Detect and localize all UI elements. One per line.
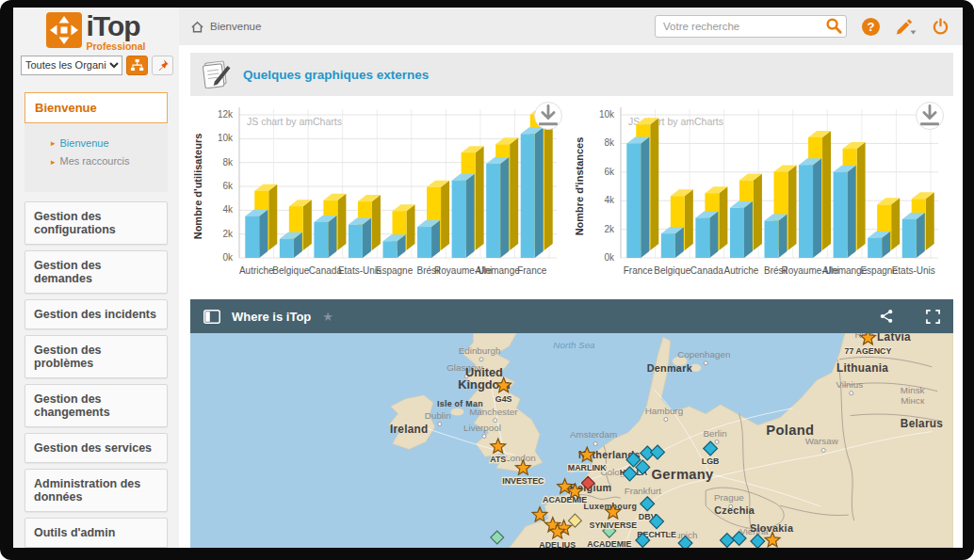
hierarchy-button[interactable] xyxy=(126,56,148,75)
svg-text:Germany: Germany xyxy=(652,467,714,482)
charts-row: 0k2k4k6k8k10k12kJS chart by amChartsAutr… xyxy=(190,102,953,290)
svg-text:MARLINK: MARLINK xyxy=(568,463,607,472)
hierarchy-icon xyxy=(130,58,144,72)
svg-text:4k: 4k xyxy=(604,195,615,205)
svg-text:Slovakia: Slovakia xyxy=(750,522,794,534)
svg-text:Autriche: Autriche xyxy=(724,265,759,276)
svg-text:Frankfurt: Frankfurt xyxy=(625,486,662,496)
svg-text:Copenhagen: Copenhagen xyxy=(677,349,730,360)
map-body: North SeaEdinburghGlasgowDublinMancheste… xyxy=(190,333,953,548)
svg-text:ACADEMIE: ACADEMIE xyxy=(587,539,631,548)
breadcrumb-label: Bienvenue xyxy=(210,21,261,32)
svg-text:France: France xyxy=(624,265,654,276)
pin-icon xyxy=(156,58,170,72)
sidebar-item-gestion-configurations[interactable]: Gestion des configurations xyxy=(24,201,168,245)
svg-text:LGB: LGB xyxy=(702,456,720,466)
svg-text:4k: 4k xyxy=(222,204,234,215)
svg-text:Czechia: Czechia xyxy=(714,504,755,516)
dashboard-header: Quelques graphiques externes xyxy=(190,53,953,96)
sidebar-item-gestion-problemes[interactable]: Gestion des problèmes xyxy=(24,335,168,378)
svg-text:Espagne: Espagne xyxy=(376,265,414,276)
svg-text:Latvia: Latvia xyxy=(877,333,911,344)
svg-text:8k: 8k xyxy=(222,157,234,168)
map-panel: Where is iTop ★ xyxy=(190,299,953,548)
svg-text:2k: 2k xyxy=(222,229,234,239)
users-bar-chart: 0k2k4k6k8k10k12kJS chart by amChartsAutr… xyxy=(190,102,572,290)
share-icon[interactable] xyxy=(879,309,894,324)
notepad-pencil-icon xyxy=(200,60,232,88)
sidebar-subitem-bienvenue[interactable]: ▸ Bienvenue xyxy=(51,135,160,153)
instances-bar-chart: 0k2k4k6k8k10kJS chart by amChartsFranceB… xyxy=(572,102,953,290)
organization-filter-row: Toutes les Organisation xyxy=(13,52,179,75)
svg-text:12k: 12k xyxy=(218,109,234,120)
svg-text:Berlin: Berlin xyxy=(704,427,727,438)
app-window: iTop Professional Toutes les Organisatio… xyxy=(0,0,974,560)
sidebar-item-gestion-changements[interactable]: Gestion des changements xyxy=(24,384,168,427)
svg-text:SYNIVERSE: SYNIVERSE xyxy=(589,520,637,530)
svg-text:6k: 6k xyxy=(222,181,234,191)
svg-text:ACADEMIE: ACADEMIE xyxy=(543,495,587,504)
svg-text:0k: 0k xyxy=(222,252,234,263)
sidebar: iTop Professional Toutes les Organisatio… xyxy=(13,8,179,548)
favorite-star-icon[interactable]: ★ xyxy=(322,310,333,324)
svg-text:Dublin: Dublin xyxy=(425,410,451,421)
svg-text:Edinburgh: Edinburgh xyxy=(459,345,501,356)
svg-text:JS chart by amCharts: JS chart by amCharts xyxy=(247,116,342,127)
europe-map[interactable]: North SeaEdinburghGlasgowDublinMancheste… xyxy=(190,333,953,548)
sidebar-subitem-label: Bienvenue xyxy=(60,135,109,153)
map-panel-header: Where is iTop ★ xyxy=(190,299,953,333)
svg-text:Nombre d'instances: Nombre d'instances xyxy=(574,137,585,236)
svg-text:8k: 8k xyxy=(604,137,615,148)
sidebar-subitem-label: Mes raccourcis xyxy=(60,152,130,171)
svg-text:Poland: Poland xyxy=(766,422,814,437)
breadcrumb[interactable]: Bienvenue xyxy=(190,20,261,34)
chart-download-button[interactable] xyxy=(534,102,562,130)
svg-text:Liverpool: Liverpool xyxy=(463,422,501,432)
fullscreen-icon[interactable] xyxy=(926,310,940,324)
svg-text:Allemange: Allemange xyxy=(476,265,521,276)
sidebar-menu: Bienvenue ▸ Bienvenue ▸ Mes raccourcis G… xyxy=(13,75,179,549)
itop-logo-icon xyxy=(46,12,82,48)
panel-layout-icon xyxy=(203,310,220,324)
instances-chart-panel: 0k2k4k6k8k10kJS chart by amChartsFranceB… xyxy=(572,102,953,290)
main-area: Bienvenue ? xyxy=(179,8,963,548)
brand-edition: Professional xyxy=(86,41,145,52)
svg-text:10k: 10k xyxy=(599,109,615,120)
svg-text:77 AGENCY: 77 AGENCY xyxy=(845,346,892,356)
search-icon[interactable] xyxy=(825,17,843,39)
sidebar-item-outils-admin[interactable]: Outils d'admin xyxy=(24,518,168,548)
svg-text:London: London xyxy=(505,453,536,463)
search-input[interactable] xyxy=(655,15,847,38)
svg-text:INVESTEC: INVESTEC xyxy=(502,476,544,486)
svg-text:ADELIUS: ADELIUS xyxy=(539,540,576,548)
home-icon xyxy=(190,20,204,34)
pin-button[interactable] xyxy=(152,56,173,75)
sidebar-item-gestion-demandes[interactable]: Gestion des demandes xyxy=(24,250,168,294)
brand-name: iTop xyxy=(86,12,145,40)
svg-text:Amsterdam: Amsterdam xyxy=(570,429,617,440)
chart-download-button[interactable] xyxy=(916,102,944,130)
sidebar-subitem-mes-raccourcis[interactable]: ▸ Mes raccourcis xyxy=(51,152,160,171)
svg-text:Minsk: Minsk xyxy=(901,385,925,395)
svg-text:Etats-Unis: Etats-Unis xyxy=(892,265,935,276)
sidebar-item-gestion-incidents[interactable]: Gestion des incidents xyxy=(24,299,168,329)
bullet-icon: ▸ xyxy=(51,136,56,151)
svg-text:Belgique: Belgique xyxy=(272,265,309,276)
svg-text:6k: 6k xyxy=(604,167,615,177)
download-icon xyxy=(535,22,561,210)
sidebar-item-bienvenue[interactable]: Bienvenue xyxy=(24,92,168,123)
svg-text:Ireland: Ireland xyxy=(390,422,429,435)
svg-text:Hamburg: Hamburg xyxy=(645,406,683,416)
svg-text:Nombre d'utilisateurs: Nombre d'utilisateurs xyxy=(192,134,203,240)
organization-selector[interactable]: Toutes les Organisation xyxy=(21,56,122,75)
svg-text:Canada: Canada xyxy=(690,265,723,276)
edit-menu-icon[interactable] xyxy=(895,17,917,36)
svg-text:10k: 10k xyxy=(218,133,234,143)
svg-text:Isle of Man: Isle of Man xyxy=(437,399,483,408)
svg-text:0k: 0k xyxy=(604,252,615,263)
svg-text:Мінск: Мінск xyxy=(901,395,925,406)
svg-text:France: France xyxy=(517,265,547,276)
sidebar-item-administration-donnees[interactable]: Administration des données xyxy=(24,469,168,512)
help-icon[interactable]: ? xyxy=(862,18,880,36)
sidebar-item-gestion-services[interactable]: Gestion des services xyxy=(24,433,168,463)
